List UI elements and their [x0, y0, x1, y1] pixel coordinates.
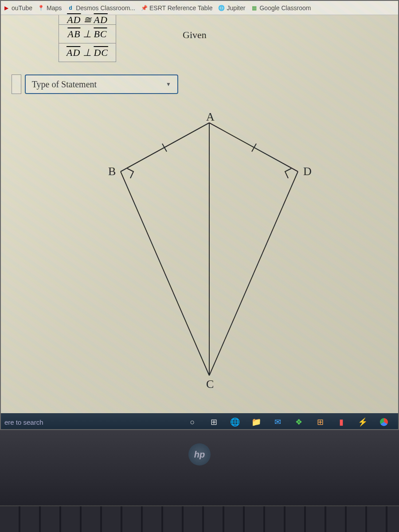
- bookmark-maps[interactable]: 📍 Maps: [38, 4, 62, 12]
- svg-line-5: [162, 144, 167, 152]
- type-of-statement-dropdown[interactable]: Type of Statement ▼: [25, 74, 178, 94]
- proof-row-1: AD ≅ AD: [1, 15, 178, 25]
- bookmark-youtube[interactable]: ▶ ouTube: [3, 4, 32, 12]
- proof-table: AD ≅ AD AB ⊥ BC Given AD ⊥ DC: [1, 15, 178, 94]
- vertex-B: B: [108, 165, 116, 178]
- bookmarks-bar: ▶ ouTube 📍 Maps d Desmos Classroom... 📌 …: [1, 1, 398, 15]
- maps-pin-icon: 📍: [38, 4, 45, 12]
- task-view-icon[interactable]: ⊞: [208, 417, 219, 427]
- svg-line-3: [209, 172, 298, 376]
- classroom-icon: ▦: [250, 4, 258, 12]
- bookmark-label: Google Classroom: [259, 4, 311, 12]
- pushpin-icon: 📌: [141, 4, 148, 12]
- svg-line-6: [252, 144, 256, 152]
- mail-icon[interactable]: ✉: [272, 417, 283, 427]
- kite-svg: [72, 114, 347, 398]
- bookmark-label: ESRT Reference Table: [149, 4, 212, 12]
- vertex-D: D: [303, 165, 312, 178]
- reason-given: Given: [183, 29, 207, 41]
- bookmark-jupiter[interactable]: 🌐 Jupiter: [218, 4, 245, 12]
- edge-icon[interactable]: 🌐: [230, 417, 240, 427]
- bookmark-label: ouTube: [12, 4, 32, 12]
- bookmark-label: Desmos Classroom...: [76, 4, 135, 12]
- screen-area: ▶ ouTube 📍 Maps d Desmos Classroom... 📌 …: [0, 0, 399, 430]
- proof-row-3: AD ⊥ DC: [1, 43, 178, 62]
- app-icon[interactable]: ❖: [293, 417, 304, 427]
- svg-line-0: [121, 123, 209, 172]
- office-icon[interactable]: ▮: [336, 417, 347, 427]
- jupiter-icon: 🌐: [218, 4, 225, 12]
- segment-AD-2: AD: [94, 14, 108, 25]
- svg-line-2: [121, 172, 209, 376]
- chevron-down-icon: ▼: [166, 81, 171, 88]
- svg-line-1: [209, 123, 298, 172]
- segment-AD-3: AD: [66, 47, 80, 58]
- chrome-icon[interactable]: [379, 417, 389, 427]
- app-icon-2[interactable]: ⚡: [357, 417, 368, 427]
- store-icon[interactable]: ⊞: [315, 417, 325, 427]
- segment-AD: AD: [67, 14, 81, 25]
- perpendicular-symbol: ⊥: [83, 28, 91, 39]
- bookmark-esrt[interactable]: 📌 ESRT Reference Table: [141, 4, 212, 12]
- file-explorer-icon[interactable]: 📁: [251, 417, 262, 427]
- taskbar-icons: ○ ⊞ 🌐 📁 ✉ ❖ ⊞ ▮ ⚡: [187, 417, 389, 427]
- segment-AB: AB: [67, 28, 80, 39]
- bookmark-label: Maps: [47, 4, 62, 12]
- step-number-box[interactable]: [12, 74, 21, 94]
- bookmark-desmos[interactable]: d Desmos Classroom...: [67, 4, 135, 12]
- vertex-A: A: [206, 110, 215, 124]
- dropdown-row: Type of Statement ▼: [12, 74, 178, 94]
- keyboard-edge: [0, 505, 399, 532]
- segment-DC: DC: [94, 47, 108, 58]
- dropdown-label: Type of Statement: [32, 79, 97, 90]
- bookmark-label: Jupiter: [227, 4, 245, 12]
- perpendicular-symbol-2: ⊥: [83, 47, 91, 58]
- laptop-bezel: hp: [0, 430, 399, 532]
- vertex-C: C: [206, 378, 214, 391]
- cortana-icon[interactable]: ○: [187, 417, 198, 427]
- windows-taskbar: ere to search ○ ⊞ 🌐 📁 ✉ ❖ ⊞ ▮ ⚡: [1, 413, 399, 430]
- desmos-icon: d: [67, 4, 74, 12]
- kite-diagram: A B D C: [72, 114, 347, 398]
- segment-BC: BC: [94, 28, 107, 39]
- proof-row-2: AB ⊥ BC Given: [1, 25, 178, 43]
- taskbar-search[interactable]: ere to search: [3, 419, 43, 426]
- bookmark-google-classroom[interactable]: ▦ Google Classroom: [250, 4, 311, 12]
- congruent-symbol: ≅: [83, 14, 91, 25]
- youtube-icon: ▶: [3, 4, 10, 12]
- hp-logo: hp: [188, 443, 211, 466]
